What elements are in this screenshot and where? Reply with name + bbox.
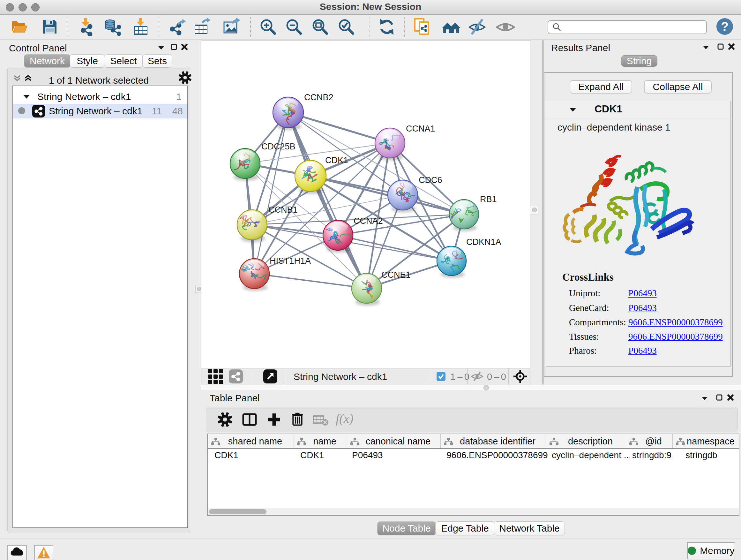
svg-text:RB1: RB1 xyxy=(480,194,497,204)
svg-text:CDK1: CDK1 xyxy=(325,155,348,165)
svg-text:CDC6: CDC6 xyxy=(419,175,442,185)
svg-text:CCNB2: CCNB2 xyxy=(304,92,333,102)
svg-text:CDKN1A: CDKN1A xyxy=(466,237,501,247)
svg-text:CCNE1: CCNE1 xyxy=(381,270,411,280)
svg-text:CCNB1: CCNB1 xyxy=(268,205,298,214)
svg-text:HIST1H1A: HIST1H1A xyxy=(270,256,311,266)
svg-text:CCNA1: CCNA1 xyxy=(406,124,435,133)
svg-text:CCNA2: CCNA2 xyxy=(354,216,383,226)
svg-text:CDC25B: CDC25B xyxy=(261,142,295,151)
